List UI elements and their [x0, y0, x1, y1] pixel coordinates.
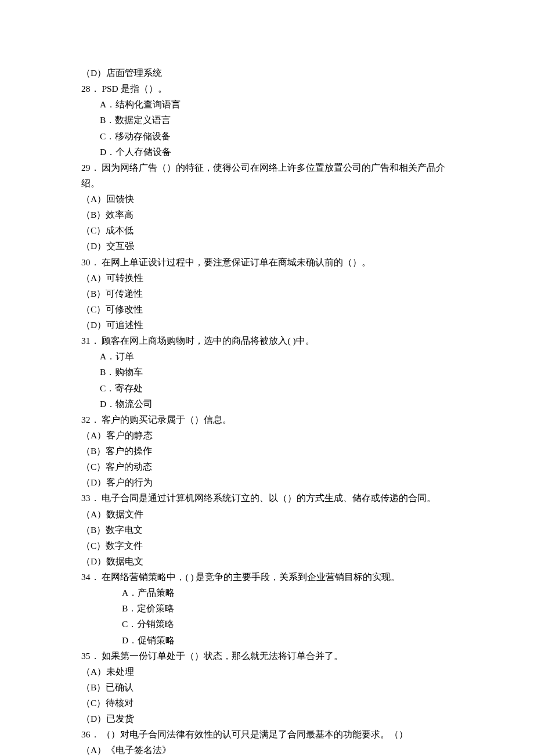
- option-line: C．分销策略: [81, 616, 453, 632]
- option-line: （A）数据文件: [81, 506, 453, 522]
- orphan-option-line: （D）店面管理系统: [81, 65, 453, 81]
- option-line: C．移动存储设备: [81, 128, 453, 144]
- option-line: （A）回馈快: [81, 191, 453, 207]
- option-line: A．结构化查询语言: [81, 96, 453, 112]
- option-line: A．产品策略: [81, 585, 453, 600]
- option-line: （B）客户的操作: [81, 443, 453, 459]
- option-line: （B）已确认: [81, 679, 453, 695]
- option-line: （D）客户的行为: [81, 474, 453, 490]
- question-stem: 36． （）对电子合同法律有效性的认可只是满足了合同最基本的功能要求。（）: [81, 726, 453, 742]
- option-line: （B）可传递性: [81, 286, 453, 301]
- option-line: D．个人存储设备: [81, 144, 453, 160]
- option-line: （B）数字电文: [81, 522, 453, 538]
- option-line: （C）成本低: [81, 222, 453, 238]
- option-line: B．数据定义语言: [81, 112, 453, 128]
- option-line: （D）已发货: [81, 711, 453, 726]
- question-stem: 33． 电子合同是通过计算机网络系统订立的、以（）的方式生成、储存或传递的合同。: [81, 490, 453, 506]
- question-stem: 35． 如果第一份订单处于（）状态，那么就无法将订单合并了。: [81, 648, 453, 664]
- option-line: （D）数据电文: [81, 553, 453, 569]
- option-line: D．促销策略: [81, 632, 453, 648]
- option-line: （C）待核对: [81, 695, 453, 711]
- option-line: （D）交互强: [81, 238, 453, 254]
- option-line: （A）未处理: [81, 664, 453, 679]
- option-line: （B）效率高: [81, 207, 453, 222]
- option-line: （C）客户的动态: [81, 459, 453, 474]
- option-line: （C）可修改性: [81, 301, 453, 317]
- option-line: （D）可追述性: [81, 317, 453, 333]
- option-line: （C）数字文件: [81, 538, 453, 553]
- option-line: D．物流公司: [81, 396, 453, 412]
- option-line: B．定价策略: [81, 600, 453, 616]
- question-stem: 28． PSD 是指（）。: [81, 81, 453, 96]
- option-line: C．寄存处: [81, 380, 453, 396]
- question-stem: 30． 在网上单证设计过程中，要注意保证订单在商城未确认前的（）。: [81, 254, 453, 270]
- question-stem: 32． 客户的购买记录属于（）信息。: [81, 412, 453, 427]
- option-line: （A）客户的静态: [81, 427, 453, 443]
- option-line: （A）可转换性: [81, 270, 453, 286]
- option-line: B．购物车: [81, 364, 453, 380]
- question-stem: 29． 因为网络广告（）的特征，使得公司在网络上许多位置放置公司的广告和相关产品…: [81, 160, 453, 191]
- question-stem: 34． 在网络营销策略中，( ) 是竞争的主要手段，关系到企业营销目标的实现。: [81, 569, 453, 585]
- option-line: （A）《电子签名法》: [81, 742, 453, 756]
- document-page: （D）店面管理系统 28． PSD 是指（）。A．结构化查询语言B．数据定义语言…: [0, 0, 534, 756]
- questions-container: 28． PSD 是指（）。A．结构化查询语言B．数据定义语言C．移动存储设备D．…: [81, 81, 453, 756]
- question-stem: 31． 顾客在网上商场购物时，选中的商品将被放入( )中。: [81, 333, 453, 348]
- option-line: A．订单: [81, 348, 453, 364]
